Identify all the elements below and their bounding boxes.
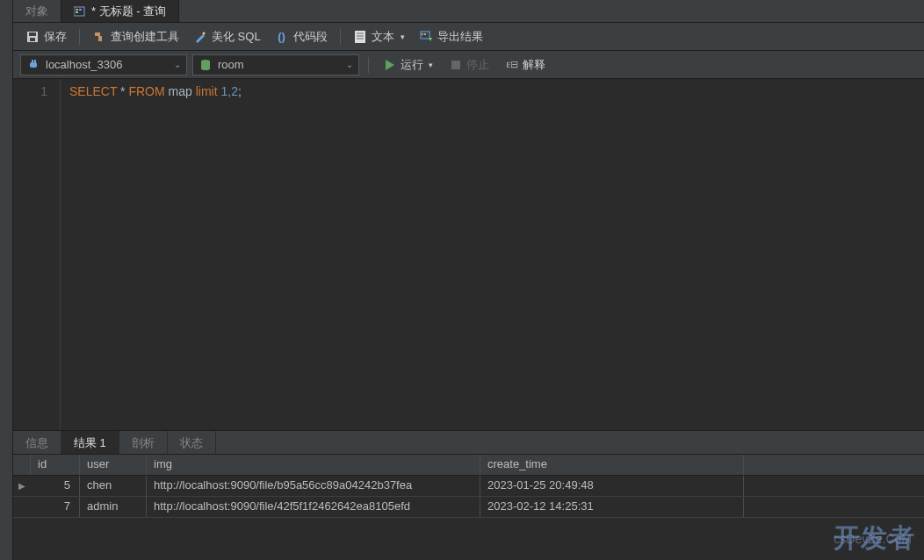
save-icon xyxy=(25,30,40,44)
database-dropdown[interactable]: room ⌄ xyxy=(192,54,359,75)
col-header-create-time[interactable]: create_time xyxy=(480,455,744,475)
explain-button[interactable]: ᴇ⊟ 解释 xyxy=(500,54,551,75)
code-area[interactable]: SELECT * FROM map limit 1,2; xyxy=(61,79,250,430)
doc-icon xyxy=(353,30,367,44)
result-tabs: 信息 结果 1 剖析 状态 xyxy=(13,430,924,455)
svg-rect-2 xyxy=(76,11,78,13)
svg-rect-3 xyxy=(79,9,82,11)
stop-icon xyxy=(449,58,463,72)
run-button[interactable]: 运行 ▾ xyxy=(378,54,438,75)
braces-icon: () xyxy=(275,30,289,44)
col-header-user[interactable]: user xyxy=(80,455,147,475)
line-gutter: 1 xyxy=(13,79,61,430)
svg-rect-1 xyxy=(76,9,78,11)
svg-rect-0 xyxy=(74,7,84,16)
beautify-sql-button[interactable]: 美化 SQL xyxy=(188,26,266,47)
code-snippet-button[interactable]: () 代码段 xyxy=(270,26,333,47)
col-header-id[interactable]: id xyxy=(31,455,80,475)
chevron-down-icon: ▾ xyxy=(401,32,405,41)
wand-icon xyxy=(193,30,207,44)
chevron-down-icon: ▾ xyxy=(429,61,433,69)
chevron-down-icon: ⌄ xyxy=(346,60,353,69)
svg-rect-14 xyxy=(424,33,426,35)
table-row[interactable]: ▶ 5 chen http://localhost:9090/file/b95a… xyxy=(13,476,924,497)
svg-rect-6 xyxy=(30,38,35,41)
hammer-icon xyxy=(92,30,106,44)
svg-rect-8 xyxy=(355,31,365,43)
svg-rect-17 xyxy=(34,60,36,63)
save-button[interactable]: 保存 xyxy=(20,26,72,47)
tab-query[interactable]: * 无标题 - 查询 xyxy=(61,0,179,22)
sql-editor[interactable]: 1 SELECT * FROM map limit 1,2; xyxy=(13,79,924,430)
toolbar: 保存 查询创建工具 美化 SQL () 代码段 文本 ▾ xyxy=(13,23,924,51)
text-button[interactable]: 文本 ▾ xyxy=(348,26,410,47)
play-icon xyxy=(383,58,397,72)
svg-rect-19 xyxy=(451,61,460,69)
export-button[interactable]: 导出结果 xyxy=(414,26,488,47)
svg-point-7 xyxy=(203,32,206,34)
explain-icon: ᴇ⊟ xyxy=(505,58,519,72)
connection-row: localhost_3306 ⌄ room ⌄ 运行 ▾ 停止 xyxy=(13,51,924,79)
table-row[interactable]: 7 admin http://localhost:9090/file/42f5f… xyxy=(13,497,924,518)
result-table: id user img create_time ▶ 5 chen http://… xyxy=(13,455,924,518)
database-icon xyxy=(199,58,213,72)
connection-dropdown[interactable]: localhost_3306 ⌄ xyxy=(20,54,187,75)
tab-status[interactable]: 状态 xyxy=(168,431,216,454)
chevron-down-icon: ⌄ xyxy=(174,60,181,69)
svg-rect-5 xyxy=(29,32,36,36)
stop-button[interactable]: 停止 xyxy=(444,54,494,75)
row-marker-icon: ▶ xyxy=(13,476,31,496)
col-header-img[interactable]: img xyxy=(147,455,480,475)
query-tab-icon xyxy=(74,6,86,17)
plug-icon xyxy=(26,58,40,72)
tab-profile[interactable]: 剖析 xyxy=(119,431,168,454)
svg-rect-16 xyxy=(32,60,33,63)
editor-tabs: 对象 * 无标题 - 查询 xyxy=(13,0,924,23)
export-icon xyxy=(419,30,433,44)
tab-result[interactable]: 结果 1 xyxy=(61,431,119,454)
tab-info[interactable]: 信息 xyxy=(13,431,61,454)
svg-rect-13 xyxy=(422,33,423,35)
query-builder-button[interactable]: 查询创建工具 xyxy=(87,26,184,47)
tab-objects[interactable]: 对象 xyxy=(13,0,61,22)
